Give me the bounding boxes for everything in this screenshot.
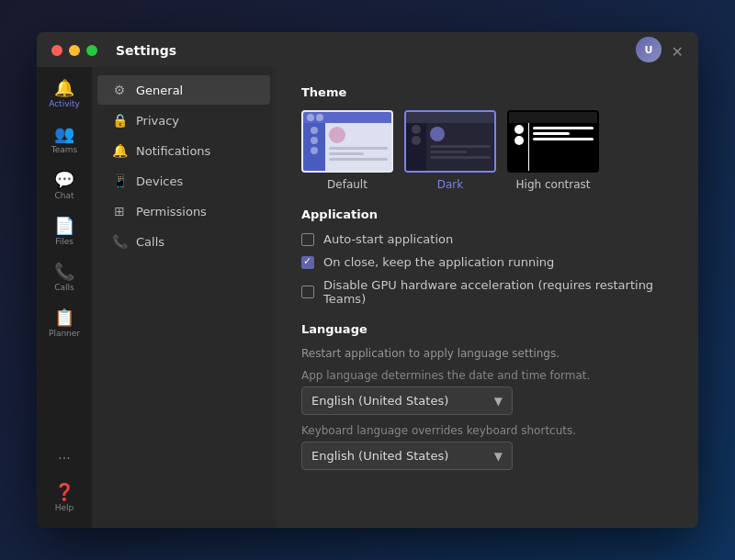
- settings-nav-devices[interactable]: 📱 Devices: [97, 166, 270, 196]
- keyboard-sublabel: Keyboard language overrides keyboard sho…: [301, 424, 673, 437]
- prev-line: [533, 132, 570, 135]
- general-label: General: [136, 84, 183, 97]
- sidebar-item-chat[interactable]: 💬 Chat: [42, 162, 86, 207]
- activity-label: Activity: [49, 99, 80, 108]
- prev-line: [329, 147, 388, 150]
- minimize-traffic-light[interactable]: [69, 45, 80, 56]
- avatar: U: [636, 37, 662, 62]
- keyboard-language-dropdown[interactable]: English (United States) ▼: [301, 442, 513, 470]
- preview-header: [406, 112, 494, 123]
- prev-body: [303, 123, 391, 171]
- calls-nav-label: Calls: [136, 235, 164, 249]
- settings-nav-calls[interactable]: 📞 Calls: [97, 227, 270, 256]
- language-description: Restart application to apply language se…: [301, 347, 673, 360]
- autostart-label: Auto-start application: [323, 232, 453, 246]
- sidebar-bottom: ··· ❓ Help: [42, 443, 86, 528]
- settings-nav-notifications[interactable]: 🔔 Notifications: [97, 136, 270, 165]
- help-icon: ❓: [54, 482, 74, 501]
- application-heading: Application: [301, 207, 673, 221]
- prev-content: [426, 123, 494, 171]
- prev-dot: [311, 147, 318, 154]
- application-checkboxes: Auto-start application On close, keep th…: [301, 232, 673, 306]
- files-icon: 📄: [54, 216, 74, 235]
- theme-grid: Default: [301, 110, 673, 191]
- app-language-value: English (United States): [311, 394, 448, 408]
- prev-dot: [316, 114, 323, 121]
- notifications-label: Notifications: [136, 144, 210, 158]
- sidebar-item-help[interactable]: ❓ Help: [42, 475, 86, 519]
- theme-heading: Theme: [301, 85, 673, 99]
- prev-line: [329, 152, 364, 155]
- permissions-label: Permissions: [136, 205, 207, 218]
- sidebar-item-files[interactable]: 📄 Files: [42, 208, 86, 252]
- help-label: Help: [55, 503, 74, 512]
- more-button[interactable]: ···: [51, 443, 77, 473]
- prev-sidebar: [509, 123, 529, 171]
- settings-window: Settings U ✕ 🔔 Activity 👥 Teams 💬 Chat 📄…: [37, 32, 698, 528]
- chevron-down-icon: ▼: [494, 395, 503, 408]
- prev-body: [509, 123, 597, 171]
- general-icon: ⚙: [112, 83, 127, 97]
- calls-icon: 📞: [54, 262, 74, 281]
- prev-line: [430, 151, 467, 153]
- checkbox-disablegpu-input[interactable]: [301, 286, 314, 298]
- planner-icon: 📋: [54, 308, 74, 327]
- files-label: Files: [55, 237, 74, 246]
- notifications-icon: 🔔: [112, 143, 127, 158]
- theme-option-default[interactable]: Default: [301, 110, 393, 191]
- calls-label: Calls: [54, 283, 74, 292]
- checkbox-autostart-input[interactable]: [301, 233, 314, 246]
- checkbox-keeprunning[interactable]: On close, keep the application running: [301, 255, 673, 269]
- maximize-traffic-light[interactable]: [86, 45, 97, 56]
- close-traffic-light[interactable]: [51, 45, 62, 56]
- chat-icon: 💬: [54, 170, 74, 189]
- settings-content: Theme: [276, 67, 698, 528]
- theme-option-hc[interactable]: High contrast: [507, 110, 599, 191]
- settings-sidebar: ⚙ General 🔒 Privacy 🔔 Notifications 📱 De…: [92, 67, 276, 528]
- theme-preview-dark: [404, 110, 496, 173]
- theme-preview-hc: [507, 110, 599, 173]
- main-layout: 🔔 Activity 👥 Teams 💬 Chat 📄 Files 📞 Call…: [37, 67, 698, 528]
- traffic-lights: [51, 45, 97, 56]
- chevron-down-icon-2: ▼: [494, 450, 503, 463]
- planner-label: Planner: [49, 329, 80, 338]
- sidebar-item-calls[interactable]: 📞 Calls: [42, 254, 86, 298]
- disablegpu-label: Disable GPU hardware acceleration (requi…: [323, 278, 673, 306]
- theme-label-dark: Dark: [437, 178, 463, 191]
- teams-icon: 👥: [54, 124, 74, 143]
- chat-label: Chat: [54, 191, 74, 200]
- keyboard-language-value: English (United States): [311, 449, 448, 463]
- devices-icon: 📱: [112, 174, 127, 188]
- prev-line: [329, 158, 388, 161]
- settings-nav-general[interactable]: ⚙ General: [97, 75, 270, 105]
- prev-content: [325, 123, 391, 171]
- prev-dot: [311, 137, 318, 144]
- theme-label-default: Default: [327, 178, 368, 191]
- theme-option-dark[interactable]: Dark: [404, 110, 496, 191]
- sidebar-item-teams[interactable]: 👥 Teams: [42, 117, 86, 161]
- prev-sidebar: [406, 123, 426, 171]
- prev-line: [533, 127, 594, 129]
- checkbox-autostart[interactable]: Auto-start application: [301, 232, 673, 246]
- teams-label: Teams: [51, 145, 77, 154]
- sidebar-item-planner[interactable]: 📋 Planner: [42, 300, 86, 344]
- language-heading: Language: [301, 322, 673, 336]
- settings-nav-permissions[interactable]: ⊞ Permissions: [97, 196, 270, 226]
- prev-line: [533, 138, 594, 140]
- prev-line: [430, 145, 491, 148]
- close-button[interactable]: ✕: [672, 43, 684, 61]
- devices-label: Devices: [136, 174, 183, 188]
- teams-sidebar: 🔔 Activity 👥 Teams 💬 Chat 📄 Files 📞 Call…: [37, 67, 92, 528]
- keeprunning-label: On close, keep the application running: [323, 255, 554, 269]
- prev-line: [430, 156, 491, 159]
- checkbox-disablegpu[interactable]: Disable GPU hardware acceleration (requi…: [301, 278, 673, 306]
- checkbox-keeprunning-input[interactable]: [301, 256, 314, 269]
- privacy-icon: 🔒: [112, 113, 127, 128]
- app-language-dropdown[interactable]: English (United States) ▼: [301, 386, 513, 415]
- prev-dot: [311, 127, 318, 134]
- title-bar: Settings U ✕: [37, 32, 698, 67]
- calls-nav-icon: 📞: [112, 234, 127, 249]
- sidebar-item-activity[interactable]: 🔔 Activity: [42, 71, 86, 115]
- settings-nav-privacy[interactable]: 🔒 Privacy: [97, 106, 270, 135]
- app-language-sublabel: App language determines the date and tim…: [301, 369, 673, 382]
